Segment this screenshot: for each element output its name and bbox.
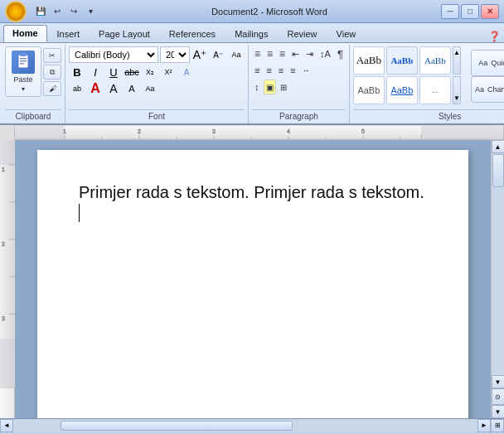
ruler-corner: [0, 125, 15, 140]
strikethrough-button[interactable]: abc: [124, 65, 140, 80]
numbered-list-button[interactable]: ≡: [264, 46, 275, 61]
quick-styles-button[interactable]: Aa Quick Styles ▾: [471, 50, 504, 76]
tab-view[interactable]: View: [327, 26, 366, 42]
paragraph-content: ≡ ≡ ≡ ⇤ ⇥ ↕A ¶ ≡ ≡ ≡ ≡ ↔ ↕ ▣ ⊞: [252, 46, 346, 108]
text-direction-button[interactable]: ↔: [300, 63, 313, 78]
vertical-scrollbar[interactable]: ▲ ▼ ⊙ ▼: [491, 140, 504, 418]
scroll-thumb[interactable]: [492, 154, 504, 187]
help-icon[interactable]: ❓: [488, 31, 501, 42]
tab-references[interactable]: References: [160, 26, 225, 42]
scroll-left-button[interactable]: ◄: [0, 419, 13, 432]
undo-quick-button[interactable]: ↩: [50, 4, 65, 19]
text-cursor: [79, 204, 80, 222]
scroll-up-button[interactable]: ▲: [492, 140, 505, 153]
paste-label: Paste: [13, 75, 32, 84]
font-color-button[interactable]: A: [87, 81, 104, 96]
style-more[interactable]: ...: [419, 76, 451, 104]
style-no-spacing[interactable]: AaBb: [353, 76, 385, 104]
align-center-button[interactable]: ≡: [264, 63, 274, 78]
h-scroll-track[interactable]: [13, 419, 477, 432]
ruler-area: 1 2 3 4 5: [0, 125, 504, 140]
styles-label: Styles: [353, 109, 504, 123]
style-normal[interactable]: AaBb: [353, 46, 385, 75]
multilevel-list-button[interactable]: ≡: [277, 46, 288, 61]
svg-text:1: 1: [63, 128, 66, 134]
clipboard-small-buttons: ✂ ⧉ 🖌: [43, 46, 61, 96]
change-styles-icon: Aa: [475, 85, 484, 94]
style-heading1[interactable]: AaBb: [386, 46, 418, 75]
office-button[interactable]: [5, 1, 27, 22]
cut-button[interactable]: ✂: [43, 48, 61, 63]
ribbon-tabs: Home Insert Page Layout References Maili…: [0, 23, 504, 43]
maximize-button[interactable]: □: [461, 4, 479, 19]
styles-scroll-up[interactable]: ▲: [453, 46, 461, 75]
superscript-button[interactable]: X²: [160, 65, 177, 80]
tab-mailings[interactable]: Mailings: [225, 26, 277, 42]
ribbon: Paste ▾ ✂ ⧉ 🖌 Clipboard Calibri (Body) 2…: [0, 43, 504, 125]
shading-button[interactable]: ▣: [264, 80, 276, 94]
tab-insert[interactable]: Insert: [48, 26, 90, 42]
style-heading2[interactable]: AaBb: [419, 46, 451, 75]
view-options-button[interactable]: ⊞: [491, 419, 504, 432]
font-size-up-button[interactable]: A: [105, 81, 122, 96]
font-color-row: ab A A A Aa: [69, 81, 158, 96]
document-page[interactable]: Primjer rada s tekstom. Primjer rada s t…: [37, 150, 468, 418]
minimize-button[interactable]: ─: [441, 4, 459, 19]
align-row: ≡ ≡ ≡ ≡ ↔: [252, 63, 313, 78]
h-scroll-thumb[interactable]: [61, 421, 293, 431]
text-effects-button[interactable]: A: [178, 65, 195, 80]
close-button[interactable]: ✕: [481, 4, 499, 19]
styles-scroll-down[interactable]: ▼: [453, 76, 461, 104]
decrease-indent-button[interactable]: ⇤: [289, 46, 302, 61]
shrink-font-button[interactable]: A⁻: [210, 47, 226, 62]
clipboard-content: Paste ▾ ✂ ⧉ 🖌: [5, 46, 61, 108]
change-case-button[interactable]: Aa: [142, 81, 158, 96]
svg-rect-4: [20, 63, 24, 65]
scroll-down-button[interactable]: ▼: [492, 375, 505, 388]
increase-indent-button[interactable]: ⇥: [303, 46, 316, 61]
bullet-list-button[interactable]: ≡: [252, 46, 263, 61]
change-styles-button[interactable]: Aa Change Styles ▾: [471, 76, 504, 103]
font-name-select[interactable]: Calibri (Body): [69, 46, 158, 63]
font-size-down-button[interactable]: A: [124, 81, 140, 96]
grow-font-button[interactable]: A⁺: [191, 47, 208, 62]
svg-text:3: 3: [2, 316, 5, 321]
tab-page-layout[interactable]: Page Layout: [90, 26, 159, 42]
quick-styles-label: Quick Styles: [491, 59, 504, 67]
ruler-svg: 1 2 3 4 5: [15, 125, 503, 139]
borders-button[interactable]: ⊞: [278, 80, 289, 94]
subscript-button[interactable]: X₂: [142, 65, 158, 80]
customize-quick-button[interactable]: ▾: [83, 4, 98, 19]
page-area: Primjer rada s tekstom. Primjer rada s t…: [15, 140, 491, 418]
bold-button[interactable]: B: [69, 65, 85, 80]
svg-rect-29: [0, 339, 15, 388]
scroll-track[interactable]: [492, 153, 505, 375]
style-emphasis[interactable]: AaBb: [386, 76, 418, 104]
sort-button[interactable]: ↕A: [317, 46, 333, 61]
tab-home[interactable]: Home: [3, 25, 47, 42]
save-quick-button[interactable]: 💾: [33, 4, 48, 19]
next-page-button[interactable]: ▼: [492, 405, 505, 418]
scroll-right-button[interactable]: ►: [477, 419, 491, 432]
show-hide-button[interactable]: ¶: [335, 46, 346, 61]
window-title: Document2 - Microsoft Word: [98, 7, 441, 17]
highlight-button[interactable]: ab: [69, 81, 85, 96]
redo-quick-button[interactable]: ↪: [66, 4, 81, 19]
window-controls: ─ □ ✕: [441, 4, 499, 19]
paste-button[interactable]: Paste ▾: [5, 46, 41, 97]
clear-format-button[interactable]: Aa: [228, 47, 245, 62]
tab-review[interactable]: Review: [278, 26, 326, 42]
font-size-select[interactable]: 20: [160, 46, 190, 63]
italic-button[interactable]: I: [87, 65, 104, 80]
line-spacing-button[interactable]: ↕: [252, 80, 262, 94]
horizontal-scrollbar: ◄ ► ⊞: [0, 418, 504, 432]
copy-button[interactable]: ⧉: [43, 65, 61, 80]
format-painter-button[interactable]: 🖌: [43, 81, 61, 96]
select-browse-button[interactable]: ⊙: [492, 388, 505, 405]
align-right-button[interactable]: ≡: [276, 63, 286, 78]
svg-rect-3: [20, 60, 27, 62]
align-left-button[interactable]: ≡: [252, 63, 262, 78]
svg-rect-10: [421, 125, 503, 139]
justify-button[interactable]: ≡: [288, 63, 298, 78]
underline-button[interactable]: U: [105, 65, 122, 80]
